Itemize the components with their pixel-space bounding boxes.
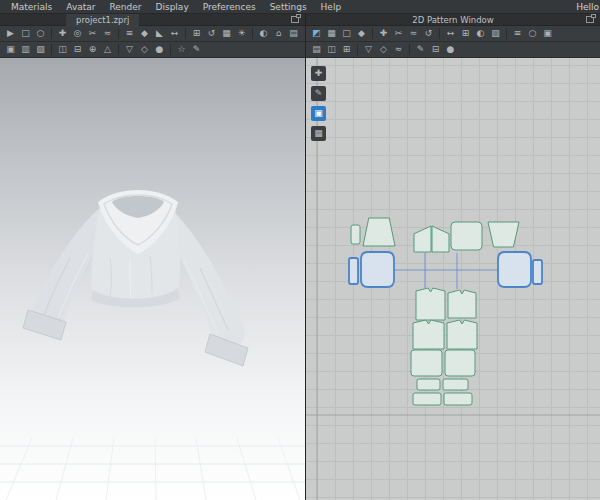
segment-sew-icon[interactable]: ≈ xyxy=(101,27,114,40)
notch-tool-icon[interactable]: ▽ xyxy=(362,43,375,56)
edit-pattern-icon[interactable]: ▦ xyxy=(325,27,338,40)
pattern-piece-right-sleeve-cap[interactable] xyxy=(488,222,519,247)
menu-avatar[interactable]: Avatar xyxy=(59,2,102,12)
pattern-piece-hem-band-left[interactable] xyxy=(413,393,441,405)
camera-view-icon[interactable]: ◐ xyxy=(257,27,270,40)
pin-tool-icon[interactable]: ◆ xyxy=(138,27,151,40)
pattern-piece-collar-right[interactable] xyxy=(432,226,449,252)
pattern-piece-left-sleeve-lower[interactable] xyxy=(361,252,394,287)
wind-display-icon[interactable]: ▤ xyxy=(287,27,300,40)
pattern-piece-back-yoke[interactable] xyxy=(451,222,482,250)
edit-curvature-icon[interactable]: ◆ xyxy=(355,27,368,40)
reset-2d-view-icon[interactable]: ↺ xyxy=(422,27,435,40)
mark-tool-icon[interactable]: ☆ xyxy=(175,43,188,56)
circle-pattern-icon[interactable]: ○ xyxy=(526,27,539,40)
texture-view-icon[interactable]: ▦ xyxy=(220,27,233,40)
align-tool-icon[interactable]: ≡ xyxy=(511,27,524,40)
3d-viewport[interactable] xyxy=(0,58,306,500)
pattern-layer-icon[interactable]: ▧ xyxy=(489,27,502,40)
edit-point-icon[interactable]: □ xyxy=(340,27,353,40)
2d-pattern-viewport[interactable]: ✚✎▣▦ xyxy=(306,58,600,500)
select-tool-icon[interactable]: □ xyxy=(19,27,32,40)
sync-3d-icon[interactable]: ▣ xyxy=(311,106,326,121)
toolbar-2d-row2: ▤◫⊞▽◇≈✎⊟● xyxy=(306,42,600,58)
pattern-piece-front-upper-left[interactable] xyxy=(416,288,445,320)
toolbar-separator xyxy=(409,44,410,55)
mirror-pattern-icon[interactable]: ↔ xyxy=(444,27,457,40)
menu-display[interactable]: Display xyxy=(149,2,196,12)
show-avatar-icon[interactable]: ▥ xyxy=(19,43,32,56)
texture-editor-icon[interactable]: ▦ xyxy=(311,126,326,141)
cut-pattern-icon[interactable]: ✂ xyxy=(392,27,405,40)
menu-preferences[interactable]: Preferences xyxy=(196,2,263,12)
pattern-piece-front-upper-right[interactable] xyxy=(448,290,476,318)
measure-icon[interactable]: ↔ xyxy=(168,27,181,40)
show-pins-icon[interactable]: ⊟ xyxy=(71,43,84,56)
3d-scene xyxy=(0,58,306,500)
snap-grid-icon[interactable]: ⊞ xyxy=(459,27,472,40)
show-stress-icon[interactable]: ◇ xyxy=(138,43,151,56)
light-view-icon[interactable]: ☀ xyxy=(235,27,248,40)
move-pin-icon[interactable]: ✚ xyxy=(56,27,69,40)
unfold-pattern-icon[interactable]: ▤ xyxy=(310,43,323,56)
pattern-piece-waistband-right[interactable] xyxy=(443,379,468,390)
dart-tool-icon[interactable]: ◇ xyxy=(377,43,390,56)
show-seams-icon[interactable]: ◫ xyxy=(56,43,69,56)
pattern-piece-front-lower-left[interactable] xyxy=(411,350,442,376)
toolbar-separator xyxy=(118,28,119,39)
menu-help[interactable]: Help xyxy=(314,2,349,12)
grid-view-icon[interactable]: ⊞ xyxy=(190,27,203,40)
fold-arrange-icon[interactable]: ◣ xyxy=(153,27,166,40)
menu-materials[interactable]: Materials xyxy=(4,2,59,12)
project-tab[interactable]: project1.zprj xyxy=(66,14,139,26)
free-sew-icon[interactable]: ≡ xyxy=(123,27,136,40)
floor-grid xyxy=(0,438,306,500)
grading-icon[interactable]: ⊞ xyxy=(340,43,353,56)
annotate-3d-icon[interactable]: ✎ xyxy=(190,43,203,56)
simulate-icon[interactable]: ▶ xyxy=(4,27,17,40)
scissors-icon[interactable]: ✂ xyxy=(86,27,99,40)
pattern-piece-right-sleeve-lower[interactable] xyxy=(498,252,531,287)
pattern-svg xyxy=(306,58,600,500)
rect-pattern-icon[interactable]: ▣ xyxy=(541,27,554,40)
show-pattern-3d-icon[interactable]: ▧ xyxy=(34,43,47,56)
edit-pattern-side-icon[interactable]: ✎ xyxy=(311,86,326,101)
transform-pattern-icon[interactable]: ◩ xyxy=(310,27,323,40)
zoom-tool-icon[interactable]: ◎ xyxy=(71,27,84,40)
pattern-piece-front-mid-right[interactable] xyxy=(447,320,477,349)
popout-icon[interactable] xyxy=(291,16,299,23)
left-panel-header: project1.zprj xyxy=(0,14,306,26)
pattern-piece-right-cuff[interactable] xyxy=(533,260,542,284)
pattern-piece-left-cuff[interactable] xyxy=(349,258,358,284)
sew-2d-icon[interactable]: ≈ xyxy=(407,27,420,40)
show-buttons-icon[interactable]: ⊕ xyxy=(86,43,99,56)
pattern-piece-left-cuff-small[interactable] xyxy=(351,225,360,244)
pattern-piece-front-mid-left[interactable] xyxy=(413,320,444,349)
menu-settings[interactable]: Settings xyxy=(263,2,314,12)
garment[interactable] xyxy=(23,190,248,366)
pattern-piece-front-lower-right[interactable] xyxy=(445,350,475,376)
show-texture-2d-icon[interactable]: ◐ xyxy=(474,27,487,40)
show-garment-icon[interactable]: ▣ xyxy=(4,43,17,56)
annotate-2d-icon[interactable]: ✎ xyxy=(414,43,427,56)
pattern-piece-collar-left[interactable] xyxy=(414,226,431,252)
pattern-piece-left-sleeve-cap[interactable] xyxy=(363,218,395,246)
baste-tool-icon[interactable]: ● xyxy=(444,43,457,56)
fold-pattern-icon[interactable]: ◫ xyxy=(325,43,338,56)
lasso-select-icon[interactable]: ○ xyxy=(34,27,47,40)
remove-tool-icon[interactable]: ⊟ xyxy=(429,43,442,56)
show-fold-icon[interactable]: △ xyxy=(101,43,114,56)
pattern-piece-hem-band-right[interactable] xyxy=(444,393,472,405)
main-content: ✚✎▣▦ xyxy=(0,58,600,500)
divider-tool-icon[interactable]: ✚ xyxy=(311,66,326,81)
toolbar-row-1: ▶□○✚◎✂≈≡◆◣↔⊞↺▦☀◐⌂▤ ◩▦□◆✚✂≈↺↔⊞◐▧≡○▣ xyxy=(0,26,600,42)
popout-icon[interactable] xyxy=(586,16,594,23)
show-strain-icon[interactable]: ▽ xyxy=(123,43,136,56)
seam-tape-icon[interactable]: ≈ xyxy=(392,43,405,56)
add-point-icon[interactable]: ✚ xyxy=(377,27,390,40)
menu-render[interactable]: Render xyxy=(102,2,148,12)
show-fit-icon[interactable]: ● xyxy=(153,43,166,56)
reset-view-icon[interactable]: ↺ xyxy=(205,27,218,40)
pattern-piece-waistband-left[interactable] xyxy=(417,379,440,390)
avatar-display-icon[interactable]: ⌂ xyxy=(272,27,285,40)
